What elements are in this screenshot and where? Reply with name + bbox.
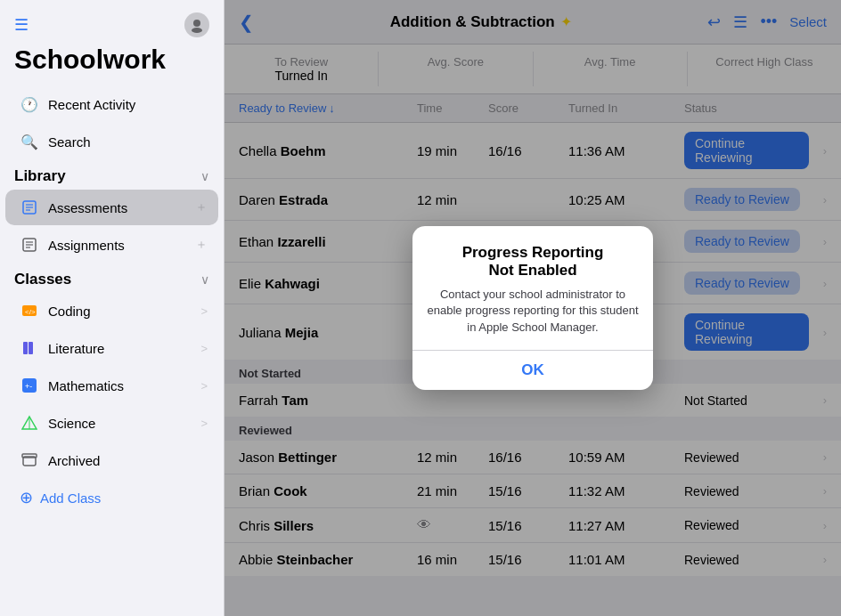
sidebar-item-label: Coding bbox=[48, 304, 192, 319]
mathematics-icon: +- bbox=[20, 376, 39, 395]
sidebar-item-literature[interactable]: Literature > bbox=[5, 330, 218, 366]
archived-icon bbox=[20, 450, 39, 470]
assignments-icon bbox=[20, 235, 39, 255]
add-icon[interactable]: ＋ bbox=[195, 237, 208, 253]
chevron-right-icon: > bbox=[200, 417, 208, 430]
chevron-right-icon: > bbox=[200, 342, 208, 355]
sidebar-item-label: Recent Activity bbox=[48, 97, 208, 112]
sidebar-item-coding[interactable]: </> Coding > bbox=[5, 293, 218, 328]
science-icon bbox=[20, 413, 39, 433]
svg-rect-13 bbox=[29, 342, 33, 354]
add-class-label: Add Class bbox=[40, 490, 101, 506]
sidebar-item-assignments[interactable]: Assignments ＋ bbox=[5, 227, 218, 263]
chevron-down-icon: ∨ bbox=[200, 169, 209, 183]
clock-icon: 🕐 bbox=[20, 94, 39, 114]
svg-text:+-: +- bbox=[25, 382, 32, 391]
sidebar-item-label: Assessments bbox=[48, 200, 186, 215]
sidebar-item-science[interactable]: Science > bbox=[5, 405, 218, 441]
chevron-down-icon: ∨ bbox=[200, 272, 209, 287]
sidebar-item-archived[interactable]: Archived bbox=[5, 442, 218, 478]
add-class-button[interactable]: ⊕ Add Class bbox=[5, 480, 218, 515]
sidebar-item-label: Mathematics bbox=[48, 378, 192, 393]
modal-dialog: Progress ReportingNot Enabled Contact yo… bbox=[412, 226, 653, 390]
svg-point-0 bbox=[193, 20, 200, 27]
modal-overlay: Progress ReportingNot Enabled Contact yo… bbox=[225, 0, 841, 616]
modal-body: Contact your school administrator to ena… bbox=[427, 287, 639, 336]
main-content: ❮ Addition & Subtraction ✦ ↩ ☰ ••• Selec… bbox=[225, 0, 841, 616]
app-title: Schoolwork bbox=[0, 41, 224, 85]
sidebar-item-assessments[interactable]: Assessments ＋ bbox=[5, 190, 218, 225]
library-label: Library bbox=[14, 167, 66, 185]
coding-icon: </> bbox=[20, 301, 39, 320]
sidebar-item-recent-activity[interactable]: 🕐 Recent Activity bbox=[5, 86, 218, 122]
assessments-icon bbox=[20, 198, 39, 217]
modal-title: Progress ReportingNot Enabled bbox=[427, 244, 639, 280]
sidebar-item-label: Assignments bbox=[48, 238, 186, 253]
sidebar-item-search[interactable]: 🔍 Search bbox=[5, 124, 218, 159]
modal-actions: OK bbox=[427, 351, 639, 390]
avatar bbox=[184, 12, 209, 37]
literature-icon bbox=[20, 338, 39, 358]
search-icon: 🔍 bbox=[20, 132, 39, 151]
chevron-right-icon: > bbox=[200, 304, 208, 318]
sidebar: ☰ Schoolwork 🕐 Recent Activity 🔍 Search … bbox=[0, 0, 225, 616]
classes-label: Classes bbox=[14, 271, 71, 288]
sidebar-item-label: Literature bbox=[48, 341, 192, 356]
sidebar-toggle-icon[interactable]: ☰ bbox=[14, 15, 29, 35]
add-icon[interactable]: ＋ bbox=[195, 199, 208, 215]
sidebar-top: ☰ bbox=[0, 0, 224, 41]
chevron-right-icon: > bbox=[200, 379, 208, 393]
sidebar-item-label: Science bbox=[48, 416, 192, 431]
svg-rect-19 bbox=[22, 454, 37, 458]
svg-text:</>: </> bbox=[25, 308, 36, 316]
classes-section-header: Classes ∨ bbox=[0, 263, 224, 292]
library-section-header: Library ∨ bbox=[0, 160, 224, 189]
modal-ok-button[interactable]: OK bbox=[427, 351, 639, 390]
plus-icon: ⊕ bbox=[20, 488, 33, 507]
sidebar-item-mathematics[interactable]: +- Mathematics > bbox=[5, 368, 218, 403]
svg-rect-12 bbox=[23, 342, 28, 354]
sidebar-item-label: Search bbox=[48, 134, 208, 150]
sidebar-item-label: Archived bbox=[48, 453, 208, 468]
svg-point-1 bbox=[192, 28, 202, 33]
